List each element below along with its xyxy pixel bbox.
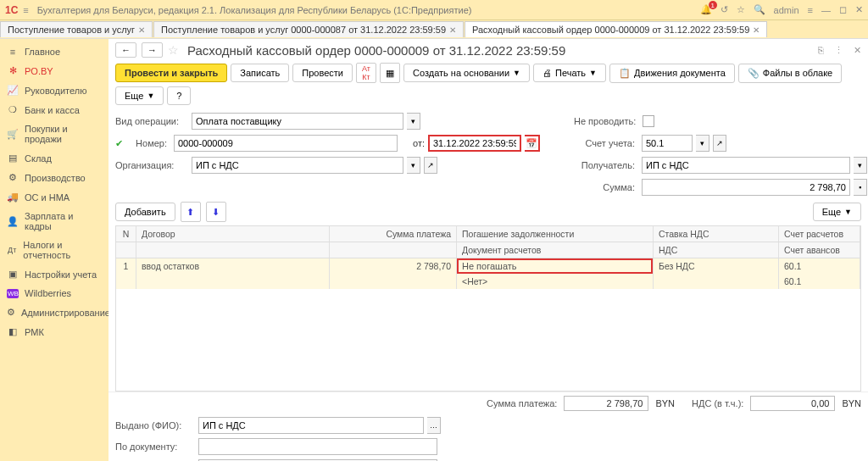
organization-open-icon[interactable]: ↗ [424, 157, 437, 174]
cell-acc2[interactable]: 60.1 [779, 274, 860, 289]
sum-input[interactable] [642, 179, 850, 196]
more-button[interactable]: Еще ▼ [115, 86, 164, 105]
number-input[interactable] [174, 135, 398, 152]
menu-triple-icon[interactable]: ⋮ [834, 45, 843, 56]
sidebar-item-wb[interactable]: WBWildberries [0, 284, 108, 303]
cell-contract[interactable]: ввод остатков [136, 258, 330, 274]
print-button[interactable]: 🖨 Печать ▼ [533, 64, 606, 82]
move-down-button[interactable]: ⬇ [206, 202, 226, 222]
favorite-icon[interactable]: ☆ [737, 4, 745, 15]
movements-button[interactable]: 📋 Движения документа [609, 64, 735, 83]
grid-empty-area[interactable] [116, 289, 860, 391]
account-input[interactable] [642, 135, 693, 152]
sidebar-item-stock[interactable]: ▤Склад [0, 148, 108, 168]
sidebar-item-sales[interactable]: 🛒Покупки и продажи [0, 119, 108, 148]
star-icon[interactable]: ☆ [168, 43, 179, 57]
tab-1[interactable]: Поступление товаров и услуг 0000-000087 … [153, 21, 464, 37]
account-label: Счет учета: [574, 138, 638, 148]
nav-back-button[interactable]: ← [115, 42, 136, 58]
col-acc-header[interactable]: Счет расчетов [779, 226, 860, 242]
recipient-dropdown-icon[interactable]: ▾ [854, 157, 867, 174]
cell-vat[interactable]: Без НДС [654, 258, 779, 274]
bydoc-input[interactable] [198, 438, 437, 455]
organization-dropdown-icon[interactable]: ▾ [407, 157, 420, 174]
add-row-button[interactable]: Добавить [115, 203, 175, 221]
cell-sum[interactable]: 2 798,70 [330, 258, 457, 274]
col-acc2-header[interactable]: Счет авансов [779, 242, 860, 258]
recipient-input[interactable] [642, 157, 850, 174]
nav-forward-button[interactable]: → [142, 42, 163, 58]
col-doc-header[interactable]: Документ расчетов [457, 242, 654, 258]
move-up-button[interactable]: ⬆ [181, 202, 201, 222]
cell-n[interactable]: 1 [116, 258, 136, 274]
calendar-icon[interactable]: 📅 [525, 135, 540, 152]
sidebar-item-admin[interactable]: ⚙Администрирование [0, 303, 108, 322]
col-sum-header[interactable]: Сумма платежа [330, 226, 457, 242]
summary-vat-label: НДС (в т.ч.): [692, 398, 743, 408]
operation-type-dropdown-icon[interactable]: ▾ [407, 113, 420, 130]
notification-badge: 1 [709, 1, 717, 9]
tab-close-icon[interactable]: ✕ [753, 25, 760, 35]
sidebar-item-salary[interactable]: 👤Зарплата и кадры [0, 207, 108, 236]
sidebar-item-settings[interactable]: ▣Настройки учета [0, 264, 108, 284]
sidebar-item-poby[interactable]: ✻PO.BY [0, 61, 108, 81]
sidebar-item-director[interactable]: 📈Руководителю [0, 81, 108, 100]
sidebar-item-main[interactable]: ≡Главное [0, 42, 108, 61]
col-n-header[interactable]: N [116, 226, 136, 242]
grid-more-button[interactable]: Еще ▼ [813, 203, 861, 221]
history-icon[interactable]: ↺ [721, 4, 728, 15]
sidebar-item-label: РМК [25, 327, 44, 337]
close-window-icon[interactable]: ✕ [855, 4, 863, 15]
tab-label: Расходный кассовый ордер 0000-000009 от … [472, 25, 749, 35]
minimize-icon[interactable]: — [821, 5, 831, 15]
cell-nds[interactable] [654, 274, 779, 289]
cell-doc[interactable]: <Нет> [457, 274, 654, 289]
settings-icon[interactable]: ≡ [808, 5, 813, 15]
organization-input[interactable] [192, 157, 403, 174]
main-menu-icon[interactable]: ≡ [23, 5, 28, 15]
maximize-icon[interactable]: ◻ [839, 4, 847, 15]
close-panel-icon[interactable]: ✕ [854, 45, 861, 56]
date-input[interactable] [428, 135, 521, 152]
sidebar-item-rmk[interactable]: ◧РМК [0, 322, 108, 342]
issued-open-icon[interactable]: … [427, 417, 441, 434]
unknown-button[interactable]: ▦ [380, 63, 400, 83]
cell-repayment[interactable]: Не погашать [457, 258, 653, 274]
sidebar-item-bank[interactable]: ❍Банк и касса [0, 100, 108, 119]
operation-type-input[interactable] [192, 113, 403, 130]
tab-label: Поступление товаров и услуг 0000-000087 … [161, 25, 446, 35]
search-icon[interactable]: 🔍 [754, 4, 765, 15]
sidebar-item-os[interactable]: 🚚ОС и НМА [0, 187, 108, 207]
issued-input[interactable] [198, 417, 424, 434]
create-based-button[interactable]: Создать на основании ▼ [403, 64, 530, 82]
tab-0[interactable]: Поступление товаров и услуг✕ [0, 21, 153, 37]
cell-repayment-wrapper[interactable]: Не погашать [457, 258, 654, 274]
notification-icon[interactable]: 🔔1 [700, 4, 712, 15]
summary-sum-cur: BYN [655, 398, 675, 408]
col-vat-header[interactable]: Ставка НДС [654, 226, 779, 242]
col-nds-header[interactable]: НДС [654, 242, 779, 258]
poby-icon: ✻ [7, 65, 19, 76]
tab-2[interactable]: Расходный кассовый ордер 0000-000009 от … [465, 21, 767, 37]
cell-acc[interactable]: 60.1 [779, 258, 860, 274]
post-button[interactable]: Провести [292, 64, 353, 82]
tab-close-icon[interactable]: ✕ [138, 25, 145, 35]
post-and-close-button[interactable]: Провести и закрыть [115, 64, 227, 82]
save-button[interactable]: Записать [231, 64, 289, 82]
account-dropdown-icon[interactable]: ▾ [696, 135, 709, 152]
user-label[interactable]: admin [774, 5, 799, 15]
account-open-icon[interactable]: ↗ [713, 135, 726, 152]
help-button[interactable]: ? [167, 86, 191, 105]
col-repayment-header[interactable]: Погашение задолженности [457, 226, 654, 242]
link-icon[interactable]: ⎘ [818, 45, 824, 55]
sidebar-item-tax[interactable]: ДтНалоги и отчетность [0, 236, 108, 264]
no-post-checkbox[interactable] [643, 115, 654, 127]
app-title: Бухгалтерия для Беларуси, редакция 2.1. … [37, 5, 700, 15]
tab-close-icon[interactable]: ✕ [449, 25, 456, 35]
cloud-files-button[interactable]: 📎 Файлы в облаке [738, 64, 842, 83]
dtkt-button[interactable]: АтКт [356, 63, 376, 83]
col-contract-header[interactable]: Договор [136, 226, 330, 242]
sidebar-item-prod[interactable]: ⚙Производство [0, 168, 108, 187]
sum-calc-icon[interactable]: ▪ [854, 179, 867, 196]
main-icon: ≡ [7, 47, 19, 57]
